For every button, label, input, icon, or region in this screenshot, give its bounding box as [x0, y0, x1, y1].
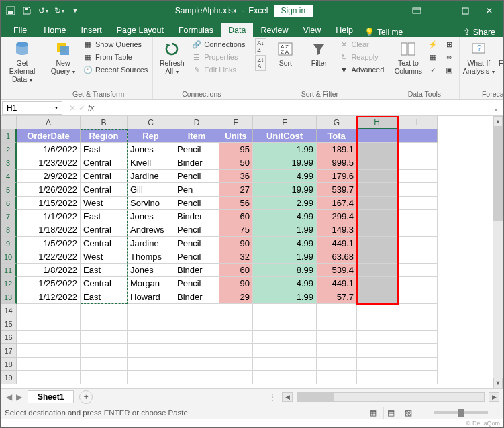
cell[interactable] — [397, 223, 438, 237]
minimize-icon[interactable]: — — [430, 3, 452, 18]
cell[interactable] — [317, 331, 357, 344]
cell[interactable]: 4.99 — [253, 210, 317, 223]
vertical-scrollbar[interactable]: ▲ ▼ — [493, 116, 503, 388]
cell[interactable] — [17, 331, 81, 344]
cell[interactable] — [17, 371, 81, 384]
add-sheet-button[interactable]: + — [79, 390, 93, 404]
close-icon[interactable]: ✕ — [478, 3, 501, 18]
cell[interactable] — [219, 331, 253, 344]
cell[interactable] — [357, 250, 397, 264]
cell[interactable] — [397, 197, 438, 210]
cell[interactable] — [397, 358, 438, 371]
cell[interactable]: 1.99 — [253, 143, 317, 156]
cell[interactable] — [357, 277, 397, 290]
column-header[interactable]: E — [219, 116, 253, 129]
cell[interactable]: Pen — [174, 183, 219, 197]
cell[interactable] — [357, 129, 397, 143]
cell[interactable]: Central — [81, 223, 128, 237]
cell[interactable]: Binder — [174, 264, 219, 277]
reapply-button[interactable]: ↻Reapply — [336, 51, 386, 63]
cell[interactable] — [357, 358, 397, 371]
cell[interactable] — [397, 129, 438, 143]
scroll-right-icon[interactable]: ▶ — [489, 392, 499, 402]
cell[interactable]: Howard — [128, 290, 174, 304]
cell[interactable] — [397, 143, 438, 156]
text-to-columns-button[interactable]: Text toColumns — [392, 38, 424, 75]
row-header[interactable]: 17 — [1, 344, 17, 358]
what-if-button[interactable]: ? What-IfAnalysis ▾ — [462, 38, 495, 75]
cell[interactable]: 32 — [219, 250, 253, 264]
cell[interactable]: 1.99 — [253, 290, 317, 304]
cell[interactable] — [357, 344, 397, 358]
cell[interactable] — [397, 344, 438, 358]
cell[interactable]: 19.99 — [253, 156, 317, 170]
share-button[interactable]: ⇪ Share — [455, 27, 503, 37]
cell[interactable]: East — [81, 143, 128, 156]
cell[interactable]: UnitCost — [253, 129, 317, 143]
column-header[interactable]: B — [81, 116, 128, 129]
cell[interactable] — [128, 317, 174, 331]
cell[interactable]: 449.1 — [317, 237, 357, 250]
enter-formula-icon[interactable]: ✓ — [79, 103, 85, 113]
column-header[interactable]: A — [17, 116, 81, 129]
row-header[interactable]: 2 — [1, 143, 17, 156]
tell-me-search[interactable]: 💡 Tell me — [364, 28, 403, 37]
cell[interactable]: East — [81, 264, 128, 277]
zoom-in-button[interactable]: + — [495, 409, 499, 417]
page-break-view-icon[interactable]: ▧ — [401, 407, 415, 419]
cell[interactable]: 50 — [219, 156, 253, 170]
cell[interactable]: West — [81, 250, 128, 264]
cell[interactable]: 27 — [219, 183, 253, 197]
cell[interactable] — [357, 143, 397, 156]
cell[interactable] — [81, 358, 128, 371]
cell[interactable]: 189.1 — [317, 143, 357, 156]
column-header[interactable]: C — [128, 116, 174, 129]
remove-dup-button[interactable]: ▦ — [425, 51, 440, 63]
cell[interactable] — [174, 358, 219, 371]
cell[interactable]: 179.6 — [317, 170, 357, 183]
clear-filter-button[interactable]: ✕Clear — [336, 38, 386, 50]
cell[interactable]: Units — [219, 129, 253, 143]
tab-data[interactable]: Data — [221, 23, 253, 37]
cell[interactable]: Central — [81, 170, 128, 183]
row-header[interactable]: 12 — [1, 277, 17, 290]
refresh-all-button[interactable]: RefreshAll ▾ — [156, 38, 188, 75]
sign-in-button[interactable]: Sign in — [274, 5, 313, 17]
cell[interactable] — [397, 210, 438, 223]
cell[interactable]: 1/6/2022 — [17, 143, 81, 156]
cell[interactable]: 56 — [219, 197, 253, 210]
cell[interactable]: 8.99 — [253, 264, 317, 277]
cell[interactable]: 539.7 — [317, 183, 357, 197]
cell[interactable] — [357, 183, 397, 197]
cell[interactable]: 2.99 — [253, 197, 317, 210]
cell[interactable] — [397, 156, 438, 170]
undo-icon[interactable]: ↺▾ — [36, 3, 50, 18]
cell[interactable]: 999.5 — [317, 156, 357, 170]
sheet-nav-prev-icon[interactable]: ◀ — [6, 392, 12, 402]
row-header[interactable]: 3 — [1, 156, 17, 170]
cell[interactable] — [253, 344, 317, 358]
tab-home[interactable]: Home — [36, 23, 73, 37]
cell[interactable] — [174, 331, 219, 344]
cell[interactable]: 1/5/2022 — [17, 237, 81, 250]
cell[interactable]: West — [81, 197, 128, 210]
normal-view-icon[interactable]: ▦ — [366, 407, 381, 419]
sort-button[interactable]: A ZZ A Sort — [269, 38, 301, 67]
sheet-tab[interactable]: Sheet1 — [28, 390, 74, 403]
autosave-icon[interactable] — [3, 3, 18, 18]
row-header[interactable]: 4 — [1, 170, 17, 183]
name-box[interactable]: H1▾ — [2, 101, 62, 115]
advanced-filter-button[interactable]: ▼Advanced — [336, 64, 386, 76]
cell[interactable]: Jones — [128, 264, 174, 277]
cell[interactable]: East — [81, 290, 128, 304]
cell[interactable] — [397, 371, 438, 384]
row-header[interactable]: 9 — [1, 237, 17, 250]
cell[interactable]: 4.99 — [253, 170, 317, 183]
row-header[interactable]: 10 — [1, 250, 17, 264]
cell[interactable] — [357, 223, 397, 237]
properties-button[interactable]: ☰Properties — [189, 51, 247, 63]
cell[interactable]: 36 — [219, 170, 253, 183]
column-header[interactable]: I — [397, 116, 438, 129]
sort-za-button[interactable]: Z↓A — [255, 55, 266, 71]
cell[interactable] — [397, 277, 438, 290]
